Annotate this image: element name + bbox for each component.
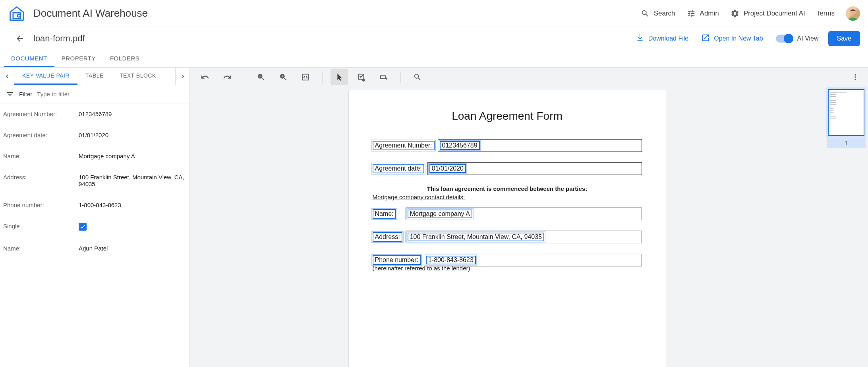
subtab-table[interactable]: TABLE bbox=[77, 68, 112, 85]
open-new-tab-label: Open In New Tab bbox=[714, 35, 763, 42]
nav-search-label: Search bbox=[654, 10, 675, 17]
form-value[interactable]: 1-800-843-8623 bbox=[426, 256, 476, 264]
sub-tabs: KEY VALUE PAIR TABLE TEXT BLOCK bbox=[0, 68, 189, 85]
kv-key: Address: bbox=[3, 174, 79, 187]
kv-key: Phone number: bbox=[3, 202, 79, 208]
redo-button[interactable] bbox=[218, 69, 236, 85]
app-bar: Document AI Warehouse Search Admin Proje… bbox=[0, 0, 868, 27]
kv-row[interactable]: Address: 100 Franklin Street, Mountain V… bbox=[0, 167, 189, 194]
doc-contact-line: Mortgage company contact details: bbox=[373, 194, 642, 200]
content-area: KEY VALUE PAIR TABLE TEXT BLOCK Filter A… bbox=[0, 68, 868, 367]
nav-admin-label: Admin bbox=[700, 10, 719, 17]
kv-row[interactable]: Name: Mortgage company A bbox=[0, 146, 189, 167]
product-title: Document AI Warehouse bbox=[33, 7, 148, 19]
avatar[interactable] bbox=[846, 6, 860, 21]
kv-value: 0123456789 bbox=[79, 111, 186, 117]
more-options-button[interactable] bbox=[847, 69, 863, 85]
form-label[interactable]: Name: bbox=[373, 209, 396, 219]
tab-document[interactable]: DOCUMENT bbox=[4, 50, 54, 67]
download-label: Download File bbox=[648, 35, 688, 42]
kv-key: Agreement date: bbox=[3, 132, 79, 138]
page-thumbnail-number: 1 bbox=[827, 138, 866, 148]
nav-admin[interactable]: Admin bbox=[686, 9, 719, 18]
main-tabs: DOCUMENT PROPERTY FOLDERS bbox=[0, 50, 868, 68]
subtab-text-block[interactable]: TEXT BLOCK bbox=[112, 68, 164, 85]
kv-value: Mortgage company A bbox=[79, 153, 186, 159]
form-label[interactable]: Address: bbox=[373, 232, 402, 242]
download-icon bbox=[636, 33, 644, 44]
search-icon bbox=[640, 9, 650, 18]
nav-terms-label: Terms bbox=[816, 10, 835, 17]
checkbox-checked-icon bbox=[79, 223, 87, 231]
kv-value: 100 Franklin Street, Mountain View, CA, … bbox=[79, 174, 186, 187]
page-canvas[interactable]: Loan Agreement Form Agreement Number: 01… bbox=[348, 90, 666, 367]
ai-view-label: AI View bbox=[797, 35, 819, 42]
gear-icon bbox=[730, 9, 740, 18]
tab-folders[interactable]: FOLDERS bbox=[103, 50, 147, 67]
doc-toolbar bbox=[190, 68, 868, 87]
kv-row[interactable]: Phone number: 1-800-843-8623 bbox=[0, 194, 189, 216]
form-row-address: Address: 100 Franklin Street, Mountain V… bbox=[373, 231, 642, 243]
document-name: loan-form.pdf bbox=[33, 33, 85, 44]
doc-bar: loan-form.pdf Download File Open In New … bbox=[0, 27, 868, 50]
open-new-tab-button[interactable]: Open In New Tab bbox=[701, 33, 763, 44]
back-button[interactable] bbox=[12, 31, 28, 47]
zoom-in-button[interactable] bbox=[275, 69, 292, 85]
form-value[interactable]: 01/01/2020 bbox=[429, 164, 466, 173]
svg-point-1 bbox=[17, 14, 20, 17]
doc-scroll[interactable]: Loan Agreement Form Agreement Number: 01… bbox=[190, 87, 824, 367]
form-label[interactable]: Agreement date: bbox=[373, 164, 424, 173]
add-box-button[interactable] bbox=[353, 69, 370, 85]
kv-value: 01/01/2020 bbox=[79, 132, 186, 138]
search-doc-button[interactable] bbox=[409, 69, 426, 85]
ai-view-toggle[interactable] bbox=[776, 35, 793, 43]
kv-row[interactable]: Agreement date: 01/01/2020 bbox=[0, 124, 189, 146]
product-logo bbox=[8, 5, 25, 22]
filter-input[interactable] bbox=[37, 91, 184, 97]
kv-row[interactable]: Name: Arjun Patel bbox=[0, 238, 189, 259]
select-tool-button[interactable] bbox=[331, 69, 348, 85]
form-label[interactable]: Phone number: bbox=[373, 255, 421, 265]
kv-row[interactable]: Single bbox=[0, 216, 189, 238]
kv-value bbox=[79, 223, 186, 231]
zoom-out-button[interactable] bbox=[252, 69, 270, 85]
kv-key: Name: bbox=[3, 153, 79, 159]
kv-key: Agreement Number: bbox=[3, 111, 79, 117]
add-label-button[interactable] bbox=[375, 69, 392, 85]
form-label[interactable]: Agreement Number: bbox=[373, 141, 435, 150]
svg-rect-0 bbox=[13, 13, 20, 19]
page-thumbnail[interactable]: Loan Agreement Form━━━━━━━━━━━━━━━━━━━━━… bbox=[828, 89, 864, 136]
toggle-knob bbox=[784, 34, 793, 43]
kv-value: 1-800-843-8623 bbox=[79, 202, 186, 208]
form-row-agreement-date: Agreement date: 01/01/2020 bbox=[373, 162, 642, 175]
form-value[interactable]: Mortgage company A bbox=[408, 210, 472, 218]
nav-project[interactable]: Project Document AI bbox=[730, 9, 805, 18]
code-view-button[interactable] bbox=[297, 69, 314, 85]
nav-terms[interactable]: Terms bbox=[816, 10, 835, 17]
form-row-name: Name: Mortgage company A bbox=[373, 208, 642, 220]
filter-row: Filter bbox=[0, 85, 189, 103]
subtab-scroll-left[interactable] bbox=[0, 68, 14, 85]
form-field: 01/01/2020 bbox=[427, 162, 642, 175]
form-field: 100 Franklin Street, Mountain View, CA, … bbox=[406, 231, 642, 243]
subtab-key-value-pair[interactable]: KEY VALUE PAIR bbox=[14, 68, 77, 85]
filter-icon bbox=[6, 90, 14, 99]
kv-value: Arjun Patel bbox=[79, 245, 186, 252]
form-field: 0123456789 bbox=[438, 139, 642, 152]
form-value[interactable]: 100 Franklin Street, Mountain View, CA, … bbox=[408, 233, 544, 241]
ai-view-toggle-wrap: AI View bbox=[776, 35, 819, 43]
form-row-agreement-number: Agreement Number: 0123456789 bbox=[373, 139, 642, 152]
kv-row[interactable]: Agreement Number: 0123456789 bbox=[0, 103, 189, 124]
kv-key: Single bbox=[3, 223, 79, 231]
save-button[interactable]: Save bbox=[828, 31, 860, 46]
form-value[interactable]: 0123456789 bbox=[440, 141, 480, 150]
doc-subhead: This loan agreement is commenced between… bbox=[373, 185, 642, 192]
subtab-scroll-right[interactable] bbox=[175, 68, 189, 85]
download-button[interactable]: Download File bbox=[636, 33, 688, 44]
form-field: Mortgage company A bbox=[406, 208, 642, 220]
undo-button[interactable] bbox=[196, 69, 214, 85]
tab-property[interactable]: PROPERTY bbox=[54, 50, 103, 67]
filter-label: Filter bbox=[19, 91, 32, 97]
nav-project-label: Project Document AI bbox=[744, 10, 805, 17]
nav-search[interactable]: Search bbox=[640, 9, 675, 18]
